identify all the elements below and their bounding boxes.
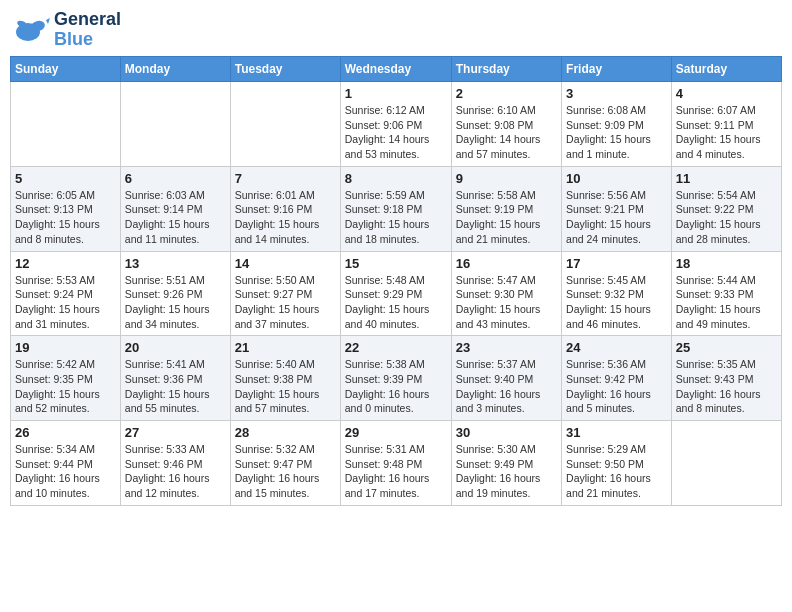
calendar-cell: 5Sunrise: 6:05 AM Sunset: 9:13 PM Daylig…: [11, 166, 121, 251]
day-info: Sunrise: 5:54 AM Sunset: 9:22 PM Dayligh…: [676, 188, 777, 247]
day-number: 14: [235, 256, 336, 271]
calendar-cell: 16Sunrise: 5:47 AM Sunset: 9:30 PM Dayli…: [451, 251, 561, 336]
calendar-cell: 20Sunrise: 5:41 AM Sunset: 9:36 PM Dayli…: [120, 336, 230, 421]
day-info: Sunrise: 5:34 AM Sunset: 9:44 PM Dayligh…: [15, 442, 116, 501]
day-number: 30: [456, 425, 557, 440]
day-info: Sunrise: 5:53 AM Sunset: 9:24 PM Dayligh…: [15, 273, 116, 332]
day-info: Sunrise: 6:10 AM Sunset: 9:08 PM Dayligh…: [456, 103, 557, 162]
calendar-cell: 28Sunrise: 5:32 AM Sunset: 9:47 PM Dayli…: [230, 421, 340, 506]
weekday-header: Saturday: [671, 57, 781, 82]
calendar-cell: 8Sunrise: 5:59 AM Sunset: 9:18 PM Daylig…: [340, 166, 451, 251]
calendar-cell: 15Sunrise: 5:48 AM Sunset: 9:29 PM Dayli…: [340, 251, 451, 336]
day-number: 15: [345, 256, 447, 271]
day-info: Sunrise: 5:36 AM Sunset: 9:42 PM Dayligh…: [566, 357, 667, 416]
day-info: Sunrise: 5:29 AM Sunset: 9:50 PM Dayligh…: [566, 442, 667, 501]
logo: General Blue: [10, 10, 121, 50]
calendar-cell: 26Sunrise: 5:34 AM Sunset: 9:44 PM Dayli…: [11, 421, 121, 506]
day-number: 24: [566, 340, 667, 355]
logo-text-line2: Blue: [54, 30, 121, 50]
day-number: 16: [456, 256, 557, 271]
day-info: Sunrise: 5:48 AM Sunset: 9:29 PM Dayligh…: [345, 273, 447, 332]
day-number: 20: [125, 340, 226, 355]
day-number: 25: [676, 340, 777, 355]
calendar-cell: 10Sunrise: 5:56 AM Sunset: 9:21 PM Dayli…: [562, 166, 672, 251]
day-info: Sunrise: 6:01 AM Sunset: 9:16 PM Dayligh…: [235, 188, 336, 247]
day-info: Sunrise: 5:58 AM Sunset: 9:19 PM Dayligh…: [456, 188, 557, 247]
day-info: Sunrise: 5:32 AM Sunset: 9:47 PM Dayligh…: [235, 442, 336, 501]
day-number: 26: [15, 425, 116, 440]
calendar-table: SundayMondayTuesdayWednesdayThursdayFrid…: [10, 56, 782, 506]
calendar-cell: 6Sunrise: 6:03 AM Sunset: 9:14 PM Daylig…: [120, 166, 230, 251]
day-number: 23: [456, 340, 557, 355]
day-number: 10: [566, 171, 667, 186]
logo-text-line1: General: [54, 10, 121, 30]
calendar-cell: 29Sunrise: 5:31 AM Sunset: 9:48 PM Dayli…: [340, 421, 451, 506]
calendar-cell: 17Sunrise: 5:45 AM Sunset: 9:32 PM Dayli…: [562, 251, 672, 336]
day-number: 1: [345, 86, 447, 101]
calendar-cell: 11Sunrise: 5:54 AM Sunset: 9:22 PM Dayli…: [671, 166, 781, 251]
day-info: Sunrise: 5:44 AM Sunset: 9:33 PM Dayligh…: [676, 273, 777, 332]
day-number: 2: [456, 86, 557, 101]
calendar-cell: 18Sunrise: 5:44 AM Sunset: 9:33 PM Dayli…: [671, 251, 781, 336]
svg-marker-3: [46, 18, 50, 24]
day-info: Sunrise: 6:05 AM Sunset: 9:13 PM Dayligh…: [15, 188, 116, 247]
calendar-week-row: 19Sunrise: 5:42 AM Sunset: 9:35 PM Dayli…: [11, 336, 782, 421]
day-number: 31: [566, 425, 667, 440]
day-number: 8: [345, 171, 447, 186]
calendar-cell: 3Sunrise: 6:08 AM Sunset: 9:09 PM Daylig…: [562, 82, 672, 167]
day-number: 28: [235, 425, 336, 440]
day-number: 29: [345, 425, 447, 440]
calendar-cell: 24Sunrise: 5:36 AM Sunset: 9:42 PM Dayli…: [562, 336, 672, 421]
weekday-header: Tuesday: [230, 57, 340, 82]
calendar-week-row: 12Sunrise: 5:53 AM Sunset: 9:24 PM Dayli…: [11, 251, 782, 336]
weekday-header: Friday: [562, 57, 672, 82]
calendar-cell: [671, 421, 781, 506]
day-info: Sunrise: 5:30 AM Sunset: 9:49 PM Dayligh…: [456, 442, 557, 501]
day-info: Sunrise: 5:41 AM Sunset: 9:36 PM Dayligh…: [125, 357, 226, 416]
calendar-cell: 7Sunrise: 6:01 AM Sunset: 9:16 PM Daylig…: [230, 166, 340, 251]
calendar-cell: 1Sunrise: 6:12 AM Sunset: 9:06 PM Daylig…: [340, 82, 451, 167]
page-header: General Blue: [10, 10, 782, 50]
calendar-cell: 13Sunrise: 5:51 AM Sunset: 9:26 PM Dayli…: [120, 251, 230, 336]
weekday-header: Thursday: [451, 57, 561, 82]
calendar-cell: 4Sunrise: 6:07 AM Sunset: 9:11 PM Daylig…: [671, 82, 781, 167]
calendar-cell: 31Sunrise: 5:29 AM Sunset: 9:50 PM Dayli…: [562, 421, 672, 506]
weekday-header: Monday: [120, 57, 230, 82]
day-info: Sunrise: 5:37 AM Sunset: 9:40 PM Dayligh…: [456, 357, 557, 416]
day-info: Sunrise: 5:59 AM Sunset: 9:18 PM Dayligh…: [345, 188, 447, 247]
calendar-cell: 21Sunrise: 5:40 AM Sunset: 9:38 PM Dayli…: [230, 336, 340, 421]
day-number: 19: [15, 340, 116, 355]
day-info: Sunrise: 6:07 AM Sunset: 9:11 PM Dayligh…: [676, 103, 777, 162]
calendar-cell: 25Sunrise: 5:35 AM Sunset: 9:43 PM Dayli…: [671, 336, 781, 421]
calendar-week-row: 5Sunrise: 6:05 AM Sunset: 9:13 PM Daylig…: [11, 166, 782, 251]
day-number: 18: [676, 256, 777, 271]
day-info: Sunrise: 5:40 AM Sunset: 9:38 PM Dayligh…: [235, 357, 336, 416]
day-number: 5: [15, 171, 116, 186]
day-number: 11: [676, 171, 777, 186]
day-info: Sunrise: 6:08 AM Sunset: 9:09 PM Dayligh…: [566, 103, 667, 162]
calendar-cell: 23Sunrise: 5:37 AM Sunset: 9:40 PM Dayli…: [451, 336, 561, 421]
day-info: Sunrise: 5:50 AM Sunset: 9:27 PM Dayligh…: [235, 273, 336, 332]
day-number: 3: [566, 86, 667, 101]
calendar-cell: 9Sunrise: 5:58 AM Sunset: 9:19 PM Daylig…: [451, 166, 561, 251]
calendar-week-row: 1Sunrise: 6:12 AM Sunset: 9:06 PM Daylig…: [11, 82, 782, 167]
day-info: Sunrise: 5:35 AM Sunset: 9:43 PM Dayligh…: [676, 357, 777, 416]
calendar-cell: 30Sunrise: 5:30 AM Sunset: 9:49 PM Dayli…: [451, 421, 561, 506]
calendar-cell: 27Sunrise: 5:33 AM Sunset: 9:46 PM Dayli…: [120, 421, 230, 506]
day-number: 21: [235, 340, 336, 355]
day-info: Sunrise: 6:12 AM Sunset: 9:06 PM Dayligh…: [345, 103, 447, 162]
day-number: 9: [456, 171, 557, 186]
day-info: Sunrise: 6:03 AM Sunset: 9:14 PM Dayligh…: [125, 188, 226, 247]
day-number: 4: [676, 86, 777, 101]
day-number: 12: [15, 256, 116, 271]
weekday-header: Wednesday: [340, 57, 451, 82]
day-info: Sunrise: 5:45 AM Sunset: 9:32 PM Dayligh…: [566, 273, 667, 332]
day-info: Sunrise: 5:56 AM Sunset: 9:21 PM Dayligh…: [566, 188, 667, 247]
day-info: Sunrise: 5:42 AM Sunset: 9:35 PM Dayligh…: [15, 357, 116, 416]
day-info: Sunrise: 5:38 AM Sunset: 9:39 PM Dayligh…: [345, 357, 447, 416]
calendar-cell: [11, 82, 121, 167]
day-number: 27: [125, 425, 226, 440]
calendar-header-row: SundayMondayTuesdayWednesdayThursdayFrid…: [11, 57, 782, 82]
day-number: 6: [125, 171, 226, 186]
calendar-cell: 2Sunrise: 6:10 AM Sunset: 9:08 PM Daylig…: [451, 82, 561, 167]
